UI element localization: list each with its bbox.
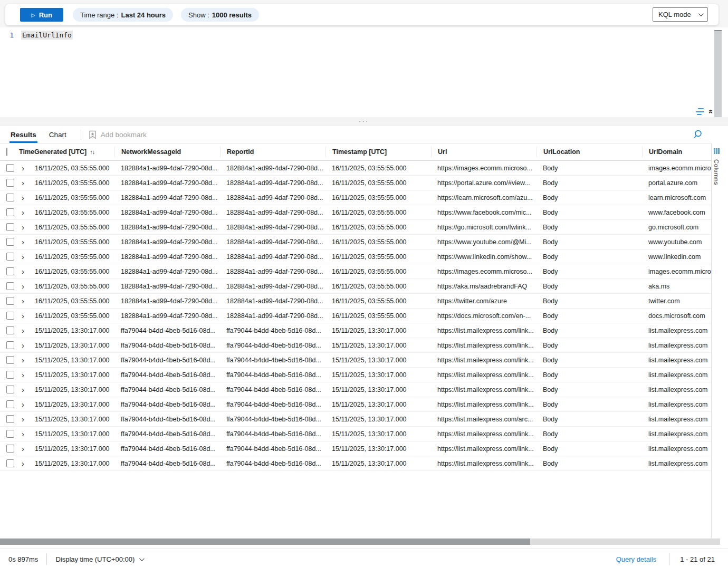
- table-row[interactable]: › 15/11/2025, 13:30:17.000 ffa79044-b4dd…: [0, 382, 711, 397]
- tab-results[interactable]: Results: [11, 126, 36, 143]
- row-expand-chevron-icon[interactable]: ›: [19, 312, 35, 320]
- table-row[interactable]: › 15/11/2025, 13:30:17.000 ffa79044-b4dd…: [0, 353, 711, 368]
- run-button[interactable]: ▷ Run: [20, 8, 63, 22]
- row-checkbox[interactable]: [6, 223, 14, 231]
- column-header-timegenerated[interactable]: TimeGenerated [UTC] ↑↓: [19, 148, 114, 156]
- editor-vertical-scrollbar[interactable]: [714, 30, 722, 120]
- show-results-picker[interactable]: Show : 1000 results: [181, 8, 259, 22]
- table-row[interactable]: › 16/11/2025, 03:55:55.000 182884a1-ad99…: [0, 294, 711, 309]
- row-expand-chevron-icon[interactable]: ›: [19, 208, 35, 216]
- table-row[interactable]: › 16/11/2025, 03:55:55.000 182884a1-ad99…: [0, 205, 711, 220]
- select-all-checkbox[interactable]: [6, 148, 7, 156]
- tab-chart[interactable]: Chart: [49, 126, 66, 143]
- row-checkbox[interactable]: [6, 253, 14, 261]
- column-header-reportid[interactable]: ReportId: [220, 147, 325, 157]
- row-checkbox[interactable]: [6, 164, 14, 172]
- column-header-urldomain[interactable]: UrlDomain: [642, 147, 711, 157]
- cell-reportid: ffa79044-b4dd-4beb-5d16-08d...: [220, 327, 325, 334]
- cell-urldomain: list.mailexpress.com: [642, 445, 711, 453]
- row-checkbox[interactable]: [6, 341, 14, 349]
- row-expand-chevron-icon[interactable]: ›: [19, 386, 35, 393]
- table-row[interactable]: › 15/11/2025, 13:30:17.000 ffa79044-b4dd…: [0, 368, 711, 382]
- table-row[interactable]: › 16/11/2025, 03:55:55.000 182884a1-ad99…: [0, 279, 711, 294]
- row-expand-chevron-icon[interactable]: ›: [19, 267, 35, 275]
- display-time-dropdown[interactable]: Display time (UTC+00:00): [55, 555, 143, 563]
- columns-panel-toggle[interactable]: Columns: [711, 143, 722, 538]
- row-checkbox[interactable]: [6, 208, 14, 216]
- table-row[interactable]: › 16/11/2025, 03:55:55.000 182884a1-ad99…: [0, 220, 711, 235]
- row-expand-chevron-icon[interactable]: ›: [19, 356, 35, 364]
- row-expand-chevron-icon[interactable]: ›: [19, 179, 35, 187]
- search-results-button[interactable]: [693, 129, 705, 141]
- row-checkbox[interactable]: [6, 194, 14, 201]
- table-row[interactable]: › 15/11/2025, 13:30:17.000 ffa79044-b4dd…: [0, 338, 711, 353]
- row-expand-chevron-icon[interactable]: ›: [19, 415, 35, 423]
- row-checkbox[interactable]: [6, 312, 14, 320]
- cell-reportid: 182884a1-ad99-4daf-7290-08d...: [220, 238, 325, 246]
- row-expand-chevron-icon[interactable]: ›: [19, 326, 35, 334]
- column-header-networkmessageid[interactable]: NetworkMessageId: [114, 147, 220, 157]
- row-checkbox[interactable]: [6, 179, 14, 187]
- editor-results-splitter[interactable]: ···: [0, 117, 728, 126]
- row-expand-chevron-icon[interactable]: ›: [19, 459, 35, 467]
- row-expand-chevron-icon[interactable]: ›: [19, 297, 35, 305]
- row-checkbox[interactable]: [6, 386, 14, 393]
- table-row[interactable]: › 16/11/2025, 03:55:55.000 182884a1-ad99…: [0, 249, 711, 264]
- row-checkbox[interactable]: [6, 297, 14, 305]
- time-range-picker[interactable]: Time range : Last 24 hours: [73, 8, 173, 22]
- cell-urllocation: Body: [537, 445, 642, 453]
- row-checkbox[interactable]: [6, 400, 14, 408]
- collapse-editor-icon[interactable]: «: [707, 109, 715, 113]
- table-row[interactable]: › 16/11/2025, 03:55:55.000 182884a1-ad99…: [0, 161, 711, 176]
- table-row[interactable]: › 15/11/2025, 13:30:17.000 ffa79044-b4dd…: [0, 397, 711, 412]
- query-editor[interactable]: 1 EmailUrlInfo «: [0, 27, 728, 117]
- row-expand-chevron-icon[interactable]: ›: [19, 223, 35, 231]
- table-row[interactable]: › 16/11/2025, 03:55:55.000 182884a1-ad99…: [0, 176, 711, 190]
- row-expand-chevron-icon[interactable]: ›: [19, 282, 35, 290]
- cell-urldomain: docs.microsoft.com: [642, 312, 711, 320]
- query-details-link[interactable]: Query details: [616, 555, 657, 563]
- row-checkbox[interactable]: [6, 356, 14, 364]
- table-row[interactable]: › 16/11/2025, 03:55:55.000 182884a1-ad99…: [0, 309, 711, 323]
- table-row[interactable]: › 16/11/2025, 03:55:55.000 182884a1-ad99…: [0, 190, 711, 205]
- cell-url: https://twitter.com/azure: [431, 297, 537, 305]
- column-header-url[interactable]: Url: [431, 147, 537, 157]
- row-expand-chevron-icon[interactable]: ›: [19, 253, 35, 261]
- column-header-urllocation[interactable]: UrlLocation: [537, 147, 642, 157]
- sort-updown-icon[interactable]: ↑↓: [90, 149, 94, 155]
- table-row[interactable]: › 15/11/2025, 13:30:17.000 ffa79044-b4dd…: [0, 456, 711, 471]
- row-expand-chevron-icon[interactable]: ›: [19, 194, 35, 201]
- row-checkbox[interactable]: [6, 326, 14, 334]
- row-checkbox[interactable]: [6, 238, 14, 246]
- cell-networkmessageid: 182884a1-ad99-4daf-7290-08d...: [114, 312, 220, 320]
- row-checkbox[interactable]: [6, 415, 14, 423]
- table-row[interactable]: › 16/11/2025, 03:55:55.000 182884a1-ad99…: [0, 264, 711, 279]
- row-expand-chevron-icon[interactable]: ›: [19, 238, 35, 246]
- add-bookmark-button[interactable]: Add bookmark: [89, 130, 147, 139]
- row-checkbox[interactable]: [6, 371, 14, 379]
- column-header-timestamp[interactable]: Timestamp [UTC]: [325, 147, 431, 157]
- cell-urldomain: www.linkedin.com: [642, 253, 711, 261]
- table-row[interactable]: › 16/11/2025, 03:55:55.000 182884a1-ad99…: [0, 235, 711, 249]
- row-expand-chevron-icon[interactable]: ›: [19, 430, 35, 438]
- table-row[interactable]: › 15/11/2025, 13:30:17.000 ffa79044-b4dd…: [0, 427, 711, 441]
- format-query-icon[interactable]: [696, 108, 705, 115]
- row-checkbox[interactable]: [6, 459, 14, 467]
- row-checkbox[interactable]: [6, 430, 14, 438]
- cell-timegenerated: 15/11/2025, 13:30:17.000: [35, 342, 114, 349]
- row-expand-chevron-icon[interactable]: ›: [19, 341, 35, 349]
- row-checkbox[interactable]: [6, 282, 14, 290]
- table-row[interactable]: › 15/11/2025, 13:30:17.000 ffa79044-b4dd…: [0, 412, 711, 427]
- row-expand-chevron-icon[interactable]: ›: [19, 164, 35, 172]
- kql-mode-dropdown[interactable]: KQL mode: [653, 7, 708, 22]
- row-checkbox[interactable]: [6, 267, 14, 275]
- row-expand-chevron-icon[interactable]: ›: [19, 400, 35, 408]
- horizontal-scrollbar-thumb[interactable]: [0, 538, 530, 545]
- horizontal-scrollbar-track[interactable]: [0, 538, 720, 545]
- table-row[interactable]: › 15/11/2025, 13:30:17.000 ffa79044-b4dd…: [0, 323, 711, 338]
- row-expand-chevron-icon[interactable]: ›: [19, 371, 35, 379]
- table-row[interactable]: › 15/11/2025, 13:30:17.000 ffa79044-b4dd…: [0, 441, 711, 456]
- query-text[interactable]: EmailUrlInfo: [21, 31, 73, 40]
- row-expand-chevron-icon[interactable]: ›: [19, 445, 35, 453]
- row-checkbox[interactable]: [6, 445, 14, 453]
